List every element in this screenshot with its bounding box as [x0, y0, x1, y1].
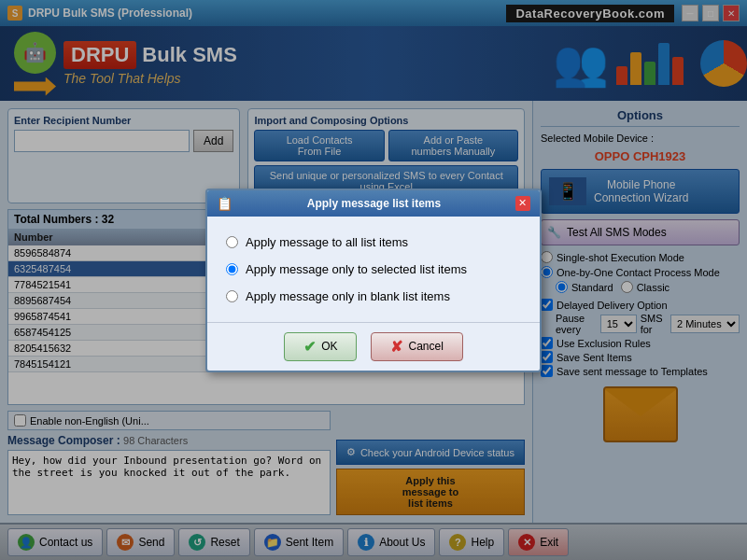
dialog-option-1: Apply message to all list items — [226, 235, 521, 249]
cancel-x-icon: ✘ — [390, 338, 402, 356]
apply-blank-label: Apply message only in blank list items — [246, 289, 450, 303]
ok-check-icon: ✔ — [303, 338, 316, 356]
cancel-label: Cancel — [408, 340, 443, 353]
dialog-option-3: Apply message only in blank list items — [226, 289, 521, 303]
apply-selected-radio[interactable] — [226, 263, 238, 275]
dialog-close-button[interactable]: ✕ — [515, 196, 530, 211]
dialog-title-bar: 📋 Apply message list items ✕ — [207, 190, 540, 217]
dialog-content: Apply message to all list items Apply me… — [207, 217, 540, 322]
apply-all-label: Apply message to all list items — [246, 235, 408, 249]
cancel-button[interactable]: ✘ Cancel — [371, 332, 462, 361]
dialog-icon: 📋 — [217, 196, 233, 211]
apply-all-radio[interactable] — [226, 236, 238, 248]
dialog-buttons: ✔ OK ✘ Cancel — [207, 322, 540, 371]
apply-selected-label: Apply message only to selected list item… — [246, 262, 467, 276]
dialog-title: Apply message list items — [307, 197, 441, 210]
dialog-option-2: Apply message only to selected list item… — [226, 262, 521, 276]
dialog-overlay: 📋 Apply message list items ✕ Apply messa… — [0, 0, 747, 560]
ok-label: OK — [321, 340, 337, 353]
dialog-box: 📋 Apply message list items ✕ Apply messa… — [205, 189, 542, 372]
ok-button[interactable]: ✔ OK — [284, 332, 357, 361]
apply-blank-radio[interactable] — [226, 290, 238, 302]
